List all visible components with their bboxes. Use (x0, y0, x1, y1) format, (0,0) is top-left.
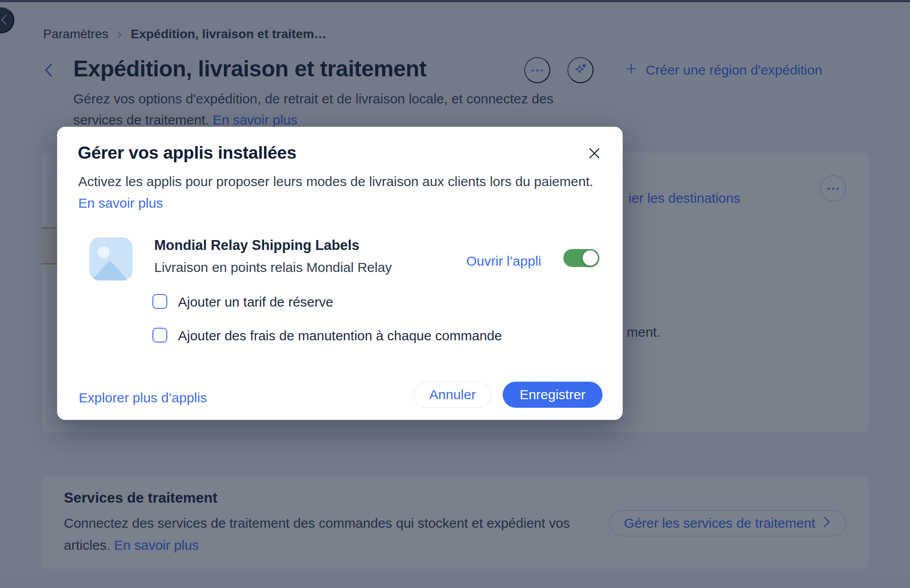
toggle-knob (583, 250, 598, 266)
handling-fee-checkbox-row: Ajouter des frais de manutention à chaqu… (152, 328, 502, 344)
cancel-button[interactable]: Annuler (414, 382, 491, 408)
modal-description-text: Activez les applis pour proposer leurs m… (78, 174, 593, 189)
app-image-placeholder-icon (89, 237, 133, 281)
fallback-rate-label[interactable]: Ajouter un tarif de réserve (178, 294, 333, 310)
save-button[interactable]: Enregistrer (503, 382, 602, 408)
settings-shipping-page: Paramètres › Expédition, livraison et tr… (0, 0, 910, 588)
app-name: Mondial Relay Shipping Labels (154, 237, 359, 254)
close-icon[interactable] (587, 146, 602, 161)
fallback-rate-checkbox[interactable] (152, 294, 167, 309)
handling-fee-checkbox[interactable] (152, 328, 167, 343)
modal-learn-more-link[interactable]: En savoir plus (78, 196, 163, 210)
image-mountain-shape (89, 256, 133, 281)
explore-more-apps-link[interactable]: Explorer plus d’applis (79, 390, 207, 405)
app-enabled-toggle[interactable] (563, 249, 599, 267)
open-app-link[interactable]: Ouvrir l’appli (466, 254, 541, 269)
app-description: Livraison en points relais Mondial Relay (154, 260, 392, 275)
modal-title: Gérer vos applis installées (78, 143, 296, 163)
manage-installed-apps-modal: Gérer vos applis installées Activez les … (57, 127, 623, 420)
handling-fee-label[interactable]: Ajouter des frais de manutention à chaqu… (178, 328, 502, 344)
modal-description: Activez les applis pour proposer leurs m… (78, 171, 613, 214)
fallback-rate-checkbox-row: Ajouter un tarif de réserve (152, 294, 333, 310)
